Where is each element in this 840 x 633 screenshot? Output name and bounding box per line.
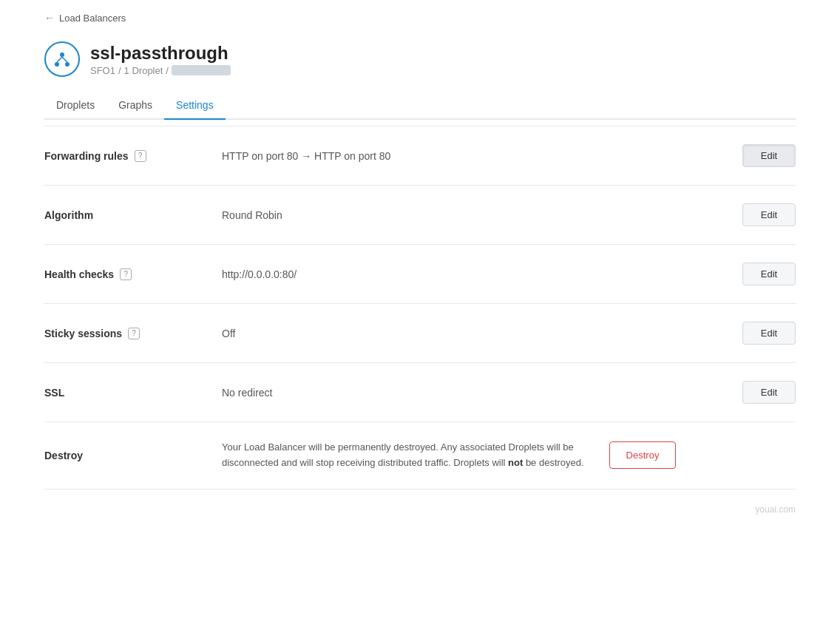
ssl-edit-button[interactable]: Edit [742, 381, 796, 404]
page-title: ssl-passthrough [90, 43, 231, 64]
sticky-sessions-edit-button[interactable]: Edit [742, 322, 796, 345]
health-checks-edit-button[interactable]: Edit [742, 263, 796, 285]
algorithm-value: Round Robin [222, 209, 725, 221]
breadcrumb: ← Load Balancers [44, 0, 796, 33]
algorithm-row: Algorithm Round Robin Edit [44, 186, 796, 245]
settings-section: Forwarding rules ? HTTP on port 80 → HTT… [44, 126, 796, 490]
page-header: ssl-passthrough SFO1 / 1 Droplet / [44, 33, 796, 83]
ssl-label: SSL [44, 387, 222, 399]
destroy-not-bold: not [508, 457, 523, 468]
forwarding-rules-help-icon[interactable]: ? [135, 150, 146, 162]
svg-line-3 [57, 57, 62, 62]
forwarding-rules-value: HTTP on port 80 → HTTP on port 80 [222, 150, 725, 162]
header-meta: SFO1 / 1 Droplet / [90, 65, 231, 76]
algorithm-label: Algorithm [44, 209, 222, 221]
destroy-button[interactable]: Destroy [609, 441, 676, 469]
tabs-nav: Droplets Graphs Settings [44, 92, 796, 120]
tab-graphs[interactable]: Graphs [106, 92, 164, 120]
svg-line-4 [62, 57, 67, 62]
header-tag [172, 65, 231, 75]
back-arrow-icon: ← [44, 12, 55, 24]
forwarding-rules-actions: Edit [742, 144, 796, 167]
health-checks-label: Health checks ? [44, 268, 222, 280]
health-checks-actions: Edit [742, 263, 796, 285]
sticky-sessions-row: Sticky sessions ? Off Edit [44, 304, 796, 363]
health-checks-value: http://0.0.0.0:80/ [222, 268, 725, 280]
forwarding-rules-row: Forwarding rules ? HTTP on port 80 → HTT… [44, 126, 796, 186]
destroy-row: Destroy Your Load Balancer will be perma… [44, 422, 796, 490]
destroy-description: Your Load Balancer will be permanently d… [222, 440, 592, 471]
sticky-sessions-actions: Edit [742, 322, 796, 345]
ssl-actions: Edit [742, 381, 796, 404]
ssl-row: SSL No redirect Edit [44, 363, 796, 422]
destroy-label: Destroy [44, 450, 222, 461]
svg-point-2 [65, 62, 70, 67]
watermark: youai.com [44, 490, 796, 522]
ssl-value: No redirect [222, 387, 725, 399]
health-checks-help-icon[interactable]: ? [120, 268, 132, 280]
health-checks-row: Health checks ? http://0.0.0.0:80/ Edit [44, 245, 796, 304]
svg-point-0 [60, 53, 64, 57]
sticky-sessions-value: Off [222, 328, 725, 339]
load-balancer-icon [44, 41, 80, 77]
algorithm-actions: Edit [742, 203, 796, 226]
svg-point-1 [55, 62, 59, 67]
breadcrumb-link[interactable]: Load Balancers [59, 13, 126, 24]
algorithm-edit-button[interactable]: Edit [742, 203, 796, 226]
destroy-actions: Destroy [609, 441, 676, 469]
forwarding-rules-edit-button[interactable]: Edit [742, 144, 796, 167]
sticky-sessions-label: Sticky sessions ? [44, 328, 222, 339]
tab-settings[interactable]: Settings [164, 92, 226, 120]
forwarding-rules-label: Forwarding rules ? [44, 150, 222, 162]
tab-droplets[interactable]: Droplets [44, 92, 106, 120]
sticky-sessions-help-icon[interactable]: ? [128, 328, 140, 339]
